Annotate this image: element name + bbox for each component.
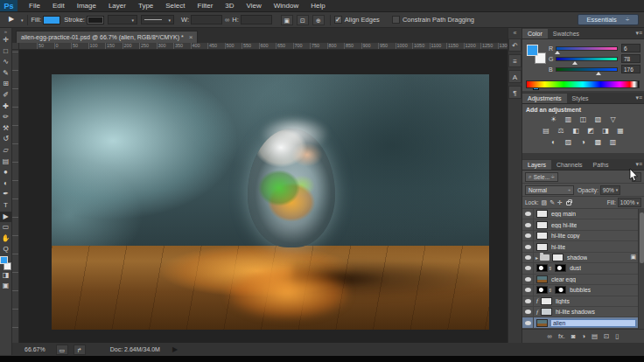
mask-link-icon[interactable]: ∞ <box>548 289 553 292</box>
lock-icon-0[interactable]: ▨ <box>542 199 548 205</box>
levels-icon[interactable]: ▥ <box>563 115 574 125</box>
blur-tool[interactable]: ● <box>0 167 11 178</box>
hand-tool[interactable]: ✋ <box>0 233 11 245</box>
paragraph-panel-icon[interactable]: ¶ <box>508 86 522 99</box>
layer-mask-thumbnail[interactable] <box>555 264 566 272</box>
current-tool-icon[interactable]: ▶ <box>4 15 19 25</box>
foreground-color-swatch[interactable] <box>0 256 8 264</box>
layer-row[interactable]: flights <box>522 296 638 307</box>
stroke-type-select[interactable]: ▾ <box>141 15 174 24</box>
vibrance-icon[interactable]: ▽ <box>607 115 619 125</box>
lock-icon-1[interactable]: ✎ <box>550 199 555 205</box>
new-layer-icon[interactable]: ⊡ <box>604 332 609 340</box>
screen-mode-button[interactable]: ▣ <box>0 281 11 292</box>
layer-row[interactable]: alien <box>522 317 638 328</box>
status-icon-0[interactable]: ▭ <box>56 345 68 355</box>
lasso-tool[interactable]: ∿ <box>0 57 11 68</box>
channel-value-field[interactable]: 6 <box>621 44 640 52</box>
color-panel-fg-bg[interactable] <box>527 45 546 64</box>
layer-mask-thumbnail[interactable] <box>552 254 564 261</box>
zoom-tool[interactable]: Q <box>0 244 11 255</box>
tab-layers[interactable]: Layers <box>522 160 551 170</box>
layer-thumbnail[interactable] <box>536 243 548 251</box>
menu-edit[interactable]: Edit <box>46 0 71 12</box>
menu-help[interactable]: Help <box>304 0 331 12</box>
layer-mask-thumbnail[interactable] <box>555 286 566 294</box>
layer-row[interactable]: ∞dust <box>522 263 638 274</box>
stroke-width-field[interactable]: ▾ <box>108 15 137 24</box>
channel-mixer-icon[interactable]: ◨ <box>600 126 612 136</box>
healing-brush-tool[interactable]: ✚ <box>0 101 11 113</box>
tab-styles[interactable]: Styles <box>567 94 594 103</box>
tab-channels[interactable]: Channels <box>551 160 588 170</box>
layer-filter-select[interactable]: ⌕ Sele... ÷ <box>525 172 558 182</box>
path-operation-button-2[interactable]: ⊕ <box>312 15 325 25</box>
layer-row[interactable]: fhi-lite shadows <box>522 307 638 317</box>
zoom-level-field[interactable]: 66.67% <box>24 346 46 352</box>
toolbar-collapse-icon[interactable]: » <box>4 28 7 35</box>
tool-preset-arrow[interactable]: ▾ <box>21 17 24 23</box>
visibility-toggle[interactable] <box>522 285 534 295</box>
link-dimensions-icon[interactable]: ∞ <box>225 16 229 24</box>
photo-filter-icon[interactable]: ◩ <box>585 126 597 136</box>
quick-mask-button[interactable]: ◨ <box>0 270 11 282</box>
channel-slider-thumb[interactable] <box>596 72 601 75</box>
tab-adjustments[interactable]: Adjustments <box>522 94 567 103</box>
path-selection-tool[interactable]: ▶ <box>0 212 11 223</box>
menu-filter[interactable]: Filter <box>192 0 220 12</box>
menu-window[interactable]: Window <box>268 0 304 12</box>
marquee-tool[interactable]: □ <box>0 46 11 58</box>
visibility-toggle[interactable] <box>522 241 534 251</box>
layer-thumbnail[interactable] <box>536 275 548 283</box>
visibility-toggle[interactable] <box>522 317 534 327</box>
stroke-swatch[interactable] <box>87 16 104 24</box>
menu-select[interactable]: Select <box>159 0 191 12</box>
height-field[interactable] <box>241 15 272 24</box>
adjustment-layer-icon[interactable]: ◑ <box>581 332 585 340</box>
exposure-icon[interactable]: ▧ <box>592 115 604 125</box>
adjustments-panel-menu-icon[interactable]: ▾≡ <box>635 94 642 101</box>
opacity-field[interactable]: 90% ▾ <box>600 185 621 195</box>
layer-thumbnail[interactable] <box>536 319 548 327</box>
brightness-contrast-icon[interactable]: ☀ <box>548 115 559 125</box>
menu-3d[interactable]: 3D <box>219 0 240 12</box>
fill-swatch[interactable] <box>43 16 60 24</box>
lock-icon-2[interactable]: ✛ <box>557 199 563 205</box>
layer-thumbnail[interactable] <box>536 264 548 272</box>
black-white-icon[interactable]: ◧ <box>570 126 582 136</box>
move-tool[interactable]: ✛ <box>0 35 11 46</box>
menu-image[interactable]: Image <box>71 0 102 12</box>
visibility-toggle[interactable] <box>522 296 534 306</box>
layer-thumbnail[interactable] <box>536 221 548 229</box>
blend-mode-select[interactable]: Normal ÷ <box>525 185 574 195</box>
layer-row[interactable]: clear egg <box>522 275 638 285</box>
tab-swatches[interactable]: Swatches <box>548 29 584 38</box>
selective-color-icon[interactable]: ▩ <box>592 137 604 148</box>
curves-icon[interactable]: ◫ <box>578 115 589 125</box>
invert-icon[interactable]: ◐ <box>548 137 559 148</box>
layer-thumbnail[interactable] <box>536 286 548 294</box>
channel-slider-g[interactable] <box>556 57 618 61</box>
visibility-toggle[interactable] <box>522 307 534 317</box>
layer-thumbnail[interactable] <box>541 297 552 305</box>
eyedropper-tool[interactable]: ✐ <box>0 90 11 101</box>
type-tool[interactable]: T <box>0 200 11 212</box>
mask-link-icon[interactable]: ∞ <box>548 267 553 270</box>
posterize-icon[interactable]: ▨ <box>563 137 574 148</box>
layer-mask-icon[interactable]: ◙ <box>571 332 576 340</box>
pen-tool[interactable]: ✒ <box>0 189 11 200</box>
gradient-map-icon[interactable]: ▥ <box>607 137 619 148</box>
channel-value-field[interactable]: 176 <box>621 65 640 73</box>
layers-panel-menu-icon[interactable]: ▾≡ <box>635 161 642 168</box>
layer-thumbnail[interactable] <box>541 308 552 316</box>
status-icon-1[interactable]: ↱ <box>74 345 86 355</box>
lock-all-icon[interactable] <box>566 201 571 205</box>
workspace-switcher[interactable]: Essentials ÷ <box>578 14 639 25</box>
layer-row[interactable]: ▸shadow▣ <box>522 253 638 263</box>
foreground-background-colors[interactable] <box>0 256 11 270</box>
canvas-artwork-alien-egg[interactable] <box>52 74 489 330</box>
dock-collapse-icon[interactable]: « <box>514 30 517 36</box>
layer-effects-icon[interactable]: fx. <box>558 332 565 340</box>
layer-row[interactable]: egg main <box>522 209 638 219</box>
visibility-toggle[interactable] <box>522 253 534 262</box>
